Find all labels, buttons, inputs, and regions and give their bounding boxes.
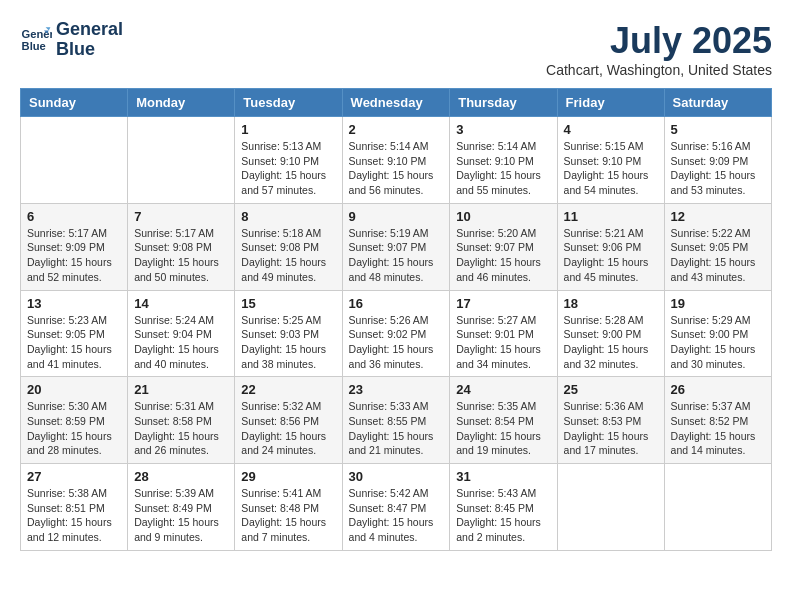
calendar-cell: 12Sunrise: 5:22 AM Sunset: 9:05 PM Dayli… xyxy=(664,203,771,290)
day-number: 15 xyxy=(241,296,335,311)
day-info: Sunrise: 5:14 AM Sunset: 9:10 PM Dayligh… xyxy=(349,139,444,198)
day-number: 2 xyxy=(349,122,444,137)
weekday-header: Saturday xyxy=(664,89,771,117)
day-number: 4 xyxy=(564,122,658,137)
svg-text:General: General xyxy=(22,28,52,40)
day-info: Sunrise: 5:30 AM Sunset: 8:59 PM Dayligh… xyxy=(27,399,121,458)
day-number: 29 xyxy=(241,469,335,484)
calendar-cell xyxy=(664,464,771,551)
calendar-cell: 31Sunrise: 5:43 AM Sunset: 8:45 PM Dayli… xyxy=(450,464,557,551)
day-info: Sunrise: 5:33 AM Sunset: 8:55 PM Dayligh… xyxy=(349,399,444,458)
day-number: 19 xyxy=(671,296,765,311)
calendar-cell: 27Sunrise: 5:38 AM Sunset: 8:51 PM Dayli… xyxy=(21,464,128,551)
day-info: Sunrise: 5:16 AM Sunset: 9:09 PM Dayligh… xyxy=(671,139,765,198)
calendar-cell: 22Sunrise: 5:32 AM Sunset: 8:56 PM Dayli… xyxy=(235,377,342,464)
calendar-cell: 15Sunrise: 5:25 AM Sunset: 9:03 PM Dayli… xyxy=(235,290,342,377)
day-number: 5 xyxy=(671,122,765,137)
day-info: Sunrise: 5:21 AM Sunset: 9:06 PM Dayligh… xyxy=(564,226,658,285)
calendar-cell xyxy=(557,464,664,551)
day-number: 25 xyxy=(564,382,658,397)
day-number: 9 xyxy=(349,209,444,224)
calendar-week-row: 13Sunrise: 5:23 AM Sunset: 9:05 PM Dayli… xyxy=(21,290,772,377)
calendar-cell: 21Sunrise: 5:31 AM Sunset: 8:58 PM Dayli… xyxy=(128,377,235,464)
day-number: 14 xyxy=(134,296,228,311)
day-number: 12 xyxy=(671,209,765,224)
calendar-cell: 17Sunrise: 5:27 AM Sunset: 9:01 PM Dayli… xyxy=(450,290,557,377)
day-number: 7 xyxy=(134,209,228,224)
calendar-cell: 5Sunrise: 5:16 AM Sunset: 9:09 PM Daylig… xyxy=(664,117,771,204)
day-info: Sunrise: 5:18 AM Sunset: 9:08 PM Dayligh… xyxy=(241,226,335,285)
calendar-cell: 13Sunrise: 5:23 AM Sunset: 9:05 PM Dayli… xyxy=(21,290,128,377)
day-info: Sunrise: 5:14 AM Sunset: 9:10 PM Dayligh… xyxy=(456,139,550,198)
weekday-header: Friday xyxy=(557,89,664,117)
weekday-header: Sunday xyxy=(21,89,128,117)
day-info: Sunrise: 5:15 AM Sunset: 9:10 PM Dayligh… xyxy=(564,139,658,198)
calendar-cell: 1Sunrise: 5:13 AM Sunset: 9:10 PM Daylig… xyxy=(235,117,342,204)
calendar-cell: 2Sunrise: 5:14 AM Sunset: 9:10 PM Daylig… xyxy=(342,117,450,204)
calendar-cell: 28Sunrise: 5:39 AM Sunset: 8:49 PM Dayli… xyxy=(128,464,235,551)
calendar-cell: 26Sunrise: 5:37 AM Sunset: 8:52 PM Dayli… xyxy=(664,377,771,464)
calendar-week-row: 20Sunrise: 5:30 AM Sunset: 8:59 PM Dayli… xyxy=(21,377,772,464)
calendar-week-row: 27Sunrise: 5:38 AM Sunset: 8:51 PM Dayli… xyxy=(21,464,772,551)
weekday-header-row: SundayMondayTuesdayWednesdayThursdayFrid… xyxy=(21,89,772,117)
day-number: 11 xyxy=(564,209,658,224)
weekday-header: Tuesday xyxy=(235,89,342,117)
day-number: 22 xyxy=(241,382,335,397)
weekday-header: Monday xyxy=(128,89,235,117)
calendar-cell: 20Sunrise: 5:30 AM Sunset: 8:59 PM Dayli… xyxy=(21,377,128,464)
day-number: 21 xyxy=(134,382,228,397)
day-info: Sunrise: 5:24 AM Sunset: 9:04 PM Dayligh… xyxy=(134,313,228,372)
svg-text:Blue: Blue xyxy=(22,39,46,51)
day-info: Sunrise: 5:17 AM Sunset: 9:08 PM Dayligh… xyxy=(134,226,228,285)
day-info: Sunrise: 5:28 AM Sunset: 9:00 PM Dayligh… xyxy=(564,313,658,372)
day-info: Sunrise: 5:35 AM Sunset: 8:54 PM Dayligh… xyxy=(456,399,550,458)
calendar-cell: 24Sunrise: 5:35 AM Sunset: 8:54 PM Dayli… xyxy=(450,377,557,464)
calendar-week-row: 1Sunrise: 5:13 AM Sunset: 9:10 PM Daylig… xyxy=(21,117,772,204)
page-header: General Blue General Blue July 2025 Cath… xyxy=(20,20,772,78)
day-number: 18 xyxy=(564,296,658,311)
calendar-cell: 14Sunrise: 5:24 AM Sunset: 9:04 PM Dayli… xyxy=(128,290,235,377)
day-info: Sunrise: 5:25 AM Sunset: 9:03 PM Dayligh… xyxy=(241,313,335,372)
calendar-cell: 4Sunrise: 5:15 AM Sunset: 9:10 PM Daylig… xyxy=(557,117,664,204)
day-number: 8 xyxy=(241,209,335,224)
day-info: Sunrise: 5:31 AM Sunset: 8:58 PM Dayligh… xyxy=(134,399,228,458)
calendar-cell xyxy=(128,117,235,204)
day-number: 1 xyxy=(241,122,335,137)
day-info: Sunrise: 5:39 AM Sunset: 8:49 PM Dayligh… xyxy=(134,486,228,545)
calendar-cell: 19Sunrise: 5:29 AM Sunset: 9:00 PM Dayli… xyxy=(664,290,771,377)
day-info: Sunrise: 5:26 AM Sunset: 9:02 PM Dayligh… xyxy=(349,313,444,372)
logo: General Blue General Blue xyxy=(20,20,123,60)
day-info: Sunrise: 5:17 AM Sunset: 9:09 PM Dayligh… xyxy=(27,226,121,285)
logo-line1: General xyxy=(56,20,123,40)
title-section: July 2025 Cathcart, Washington, United S… xyxy=(546,20,772,78)
day-number: 23 xyxy=(349,382,444,397)
weekday-header: Thursday xyxy=(450,89,557,117)
day-number: 6 xyxy=(27,209,121,224)
weekday-header: Wednesday xyxy=(342,89,450,117)
month-year: July 2025 xyxy=(546,20,772,62)
day-number: 16 xyxy=(349,296,444,311)
day-info: Sunrise: 5:22 AM Sunset: 9:05 PM Dayligh… xyxy=(671,226,765,285)
day-number: 27 xyxy=(27,469,121,484)
day-info: Sunrise: 5:37 AM Sunset: 8:52 PM Dayligh… xyxy=(671,399,765,458)
day-info: Sunrise: 5:27 AM Sunset: 9:01 PM Dayligh… xyxy=(456,313,550,372)
day-number: 31 xyxy=(456,469,550,484)
calendar-table: SundayMondayTuesdayWednesdayThursdayFrid… xyxy=(20,88,772,551)
day-number: 24 xyxy=(456,382,550,397)
day-info: Sunrise: 5:23 AM Sunset: 9:05 PM Dayligh… xyxy=(27,313,121,372)
calendar-cell: 3Sunrise: 5:14 AM Sunset: 9:10 PM Daylig… xyxy=(450,117,557,204)
calendar-cell: 7Sunrise: 5:17 AM Sunset: 9:08 PM Daylig… xyxy=(128,203,235,290)
day-number: 3 xyxy=(456,122,550,137)
calendar-cell: 10Sunrise: 5:20 AM Sunset: 9:07 PM Dayli… xyxy=(450,203,557,290)
calendar-cell: 9Sunrise: 5:19 AM Sunset: 9:07 PM Daylig… xyxy=(342,203,450,290)
day-info: Sunrise: 5:38 AM Sunset: 8:51 PM Dayligh… xyxy=(27,486,121,545)
day-number: 30 xyxy=(349,469,444,484)
calendar-cell: 23Sunrise: 5:33 AM Sunset: 8:55 PM Dayli… xyxy=(342,377,450,464)
calendar-cell xyxy=(21,117,128,204)
location: Cathcart, Washington, United States xyxy=(546,62,772,78)
day-number: 13 xyxy=(27,296,121,311)
day-number: 26 xyxy=(671,382,765,397)
day-info: Sunrise: 5:13 AM Sunset: 9:10 PM Dayligh… xyxy=(241,139,335,198)
day-info: Sunrise: 5:32 AM Sunset: 8:56 PM Dayligh… xyxy=(241,399,335,458)
calendar-cell: 29Sunrise: 5:41 AM Sunset: 8:48 PM Dayli… xyxy=(235,464,342,551)
